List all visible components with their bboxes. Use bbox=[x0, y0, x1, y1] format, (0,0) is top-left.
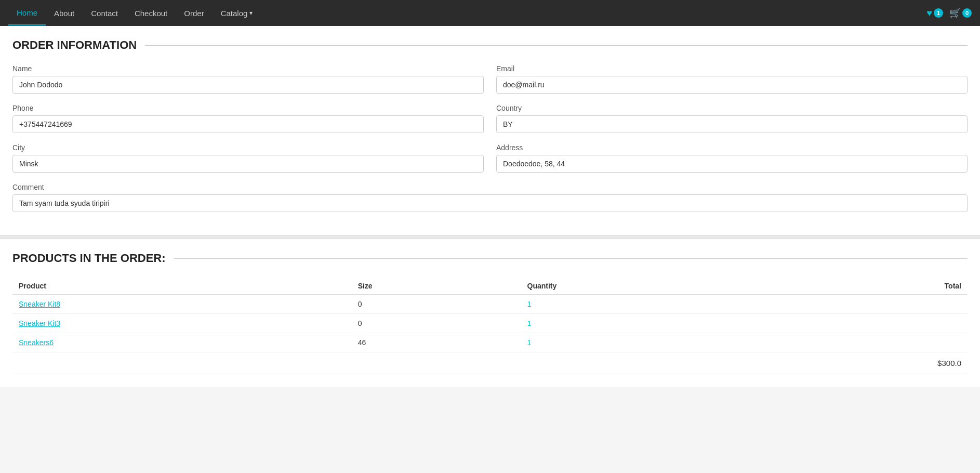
table-row: Sneaker Kit8 0 1 bbox=[12, 295, 968, 314]
product-link-0[interactable]: Sneaker Kit8 bbox=[19, 300, 60, 308]
form-group-country: Country bbox=[496, 104, 968, 133]
product-link-2[interactable]: Sneakers6 bbox=[19, 338, 54, 347]
product-size-0: 0 bbox=[352, 295, 521, 314]
nav-about[interactable]: About bbox=[46, 2, 83, 25]
product-quantity-2: 1 bbox=[521, 333, 784, 352]
country-input[interactable] bbox=[496, 115, 968, 133]
form-row-phone-country: Phone Country bbox=[12, 104, 968, 133]
grand-total-row: $300.0 bbox=[12, 352, 968, 374]
product-name-2: Sneakers6 bbox=[12, 333, 352, 352]
products-title: PRODUCTS IN THE ORDER: bbox=[12, 252, 968, 265]
cart-button[interactable]: 🛒 0 bbox=[949, 7, 972, 19]
product-size-2: 46 bbox=[352, 333, 521, 352]
comment-input[interactable] bbox=[12, 194, 968, 212]
email-label: Email bbox=[496, 64, 968, 73]
form-group-comment: Comment bbox=[12, 183, 968, 212]
nav-home[interactable]: Home bbox=[8, 1, 46, 25]
name-label: Name bbox=[12, 64, 484, 73]
products-table-head: Product Size Quantity Total bbox=[12, 278, 968, 295]
name-input[interactable] bbox=[12, 76, 484, 94]
products-section: PRODUCTS IN THE ORDER: Product Size Quan… bbox=[0, 239, 980, 387]
nav-order[interactable]: Order bbox=[176, 2, 212, 25]
products-table: Product Size Quantity Total Sneaker Kit8… bbox=[12, 278, 968, 374]
product-name-0: Sneaker Kit8 bbox=[12, 295, 352, 314]
form-group-city: City bbox=[12, 143, 484, 173]
col-size: Size bbox=[352, 278, 521, 295]
form-row-comment: Comment bbox=[12, 183, 968, 212]
city-label: City bbox=[12, 143, 484, 152]
form-group-phone: Phone bbox=[12, 104, 484, 133]
product-link-1[interactable]: Sneaker Kit3 bbox=[19, 319, 60, 327]
products-table-body: Sneaker Kit8 0 1 Sneaker Kit3 0 1 Sneake… bbox=[12, 295, 968, 374]
product-size-1: 0 bbox=[352, 314, 521, 333]
navbar: Home About Contact Checkout Order Catalo… bbox=[0, 0, 980, 26]
table-row: Sneakers6 46 1 bbox=[12, 333, 968, 352]
wishlist-button[interactable]: ♥ 1 bbox=[926, 8, 943, 19]
product-quantity-0: 1 bbox=[521, 295, 784, 314]
col-product: Product bbox=[12, 278, 352, 295]
city-input[interactable] bbox=[12, 155, 484, 173]
wishlist-count: 1 bbox=[934, 8, 943, 18]
product-quantity-1: 1 bbox=[521, 314, 784, 333]
phone-input[interactable] bbox=[12, 115, 484, 133]
order-info-section: ORDER INFORMATION Name Email Phone Count… bbox=[0, 26, 980, 235]
title-divider bbox=[145, 45, 968, 46]
chevron-down-icon: ▾ bbox=[249, 9, 253, 17]
col-quantity: Quantity bbox=[521, 278, 784, 295]
section-divider bbox=[0, 235, 980, 239]
form-row-city-address: City Address bbox=[12, 143, 968, 173]
nav-links: Home About Contact Checkout Order Catalo… bbox=[8, 1, 926, 25]
heart-icon: ♥ bbox=[926, 8, 932, 19]
product-total-2 bbox=[784, 333, 968, 352]
grand-total-value: $300.0 bbox=[12, 352, 968, 374]
nav-catalog[interactable]: Catalog ▾ bbox=[213, 2, 261, 25]
table-row: Sneaker Kit3 0 1 bbox=[12, 314, 968, 333]
products-title-divider bbox=[174, 258, 968, 259]
form-row-name-email: Name Email bbox=[12, 64, 968, 94]
order-info-title: ORDER INFORMATION bbox=[12, 38, 968, 52]
address-input[interactable] bbox=[496, 155, 968, 173]
form-group-address: Address bbox=[496, 143, 968, 173]
email-input[interactable] bbox=[496, 76, 968, 94]
nav-contact[interactable]: Contact bbox=[83, 2, 126, 25]
comment-label: Comment bbox=[12, 183, 968, 191]
cart-icon: 🛒 bbox=[949, 7, 961, 19]
table-header-row: Product Size Quantity Total bbox=[12, 278, 968, 295]
form-group-name: Name bbox=[12, 64, 484, 94]
nav-checkout[interactable]: Checkout bbox=[126, 2, 176, 25]
product-total-1 bbox=[784, 314, 968, 333]
country-label: Country bbox=[496, 104, 968, 112]
address-label: Address bbox=[496, 143, 968, 152]
phone-label: Phone bbox=[12, 104, 484, 112]
product-name-1: Sneaker Kit3 bbox=[12, 314, 352, 333]
product-total-0 bbox=[784, 295, 968, 314]
cart-count: 0 bbox=[962, 8, 972, 18]
nav-right: ♥ 1 🛒 0 bbox=[926, 7, 972, 19]
form-group-email: Email bbox=[496, 64, 968, 94]
col-total: Total bbox=[784, 278, 968, 295]
